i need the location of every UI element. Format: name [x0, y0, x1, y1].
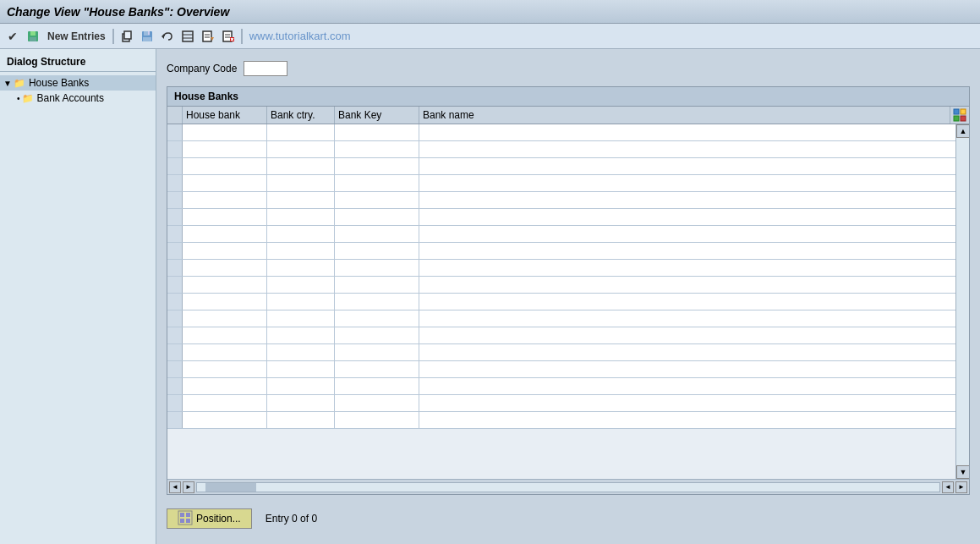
td-bank-name [419, 260, 969, 276]
td-bank-key [335, 192, 419, 208]
th-bank-key: Bank Key [335, 107, 419, 124]
scroll-down-button[interactable]: ▼ [956, 465, 969, 479]
hscroll-right-btns: ◄ ► [942, 481, 967, 493]
table-row[interactable] [167, 378, 969, 395]
table-row[interactable] [167, 361, 969, 378]
dot-icon: • [17, 94, 20, 103]
floppy-button[interactable] [138, 27, 156, 46]
main-layout: Dialog Structure ▼ 📁 House Banks • 📁 Ban… [0, 49, 980, 544]
table-row[interactable] [167, 327, 969, 344]
td-bank-name [419, 378, 969, 394]
sidebar-item-bank-accounts[interactable]: • 📁 Bank Accounts [0, 91, 156, 106]
svg-rect-30 [180, 519, 184, 523]
td-bank-key [335, 175, 419, 191]
row-num [167, 209, 183, 225]
svg-rect-25 [954, 116, 959, 121]
copy-button[interactable] [118, 27, 136, 46]
svg-rect-24 [961, 109, 966, 114]
table-row[interactable] [167, 226, 969, 243]
toolbar: ✔ New Entries www.tutorialkart.com [0, 24, 980, 49]
house-banks-table-section: House Banks House bank Bank ctry. Bank K… [167, 86, 970, 495]
check-button[interactable]: ✔ [3, 27, 22, 46]
td-house-bank [183, 327, 267, 343]
td-bank-ctry [267, 344, 335, 360]
table-row[interactable] [167, 310, 969, 327]
td-bank-key [335, 226, 419, 242]
scroll-up-button[interactable]: ▲ [956, 124, 969, 138]
td-bank-ctry [267, 378, 335, 394]
td-bank-name [419, 310, 969, 327]
sidebar: Dialog Structure ▼ 📁 House Banks • 📁 Ban… [0, 49, 156, 544]
undo-button[interactable] [158, 27, 177, 46]
td-bank-key [335, 294, 419, 310]
scroll-right-end-button[interactable]: ► [955, 481, 967, 493]
table-row[interactable] [167, 124, 969, 141]
watermark: www.tutorialkart.com [249, 30, 351, 42]
table-row[interactable] [167, 395, 969, 412]
td-house-bank [183, 361, 267, 377]
column-settings-icon[interactable] [950, 107, 969, 124]
scroll-right-button-left[interactable]: ► [183, 481, 194, 493]
table-row[interactable] [167, 158, 969, 175]
table-row[interactable] [167, 294, 969, 310]
arrow-icon: ▼ [3, 79, 12, 88]
table-row[interactable] [167, 260, 969, 277]
delete-button[interactable] [219, 27, 238, 46]
td-bank-key [335, 327, 419, 343]
td-bank-key [335, 158, 419, 174]
table-row[interactable] [167, 175, 969, 192]
separator-1 [112, 29, 114, 44]
svg-rect-13 [203, 31, 211, 41]
td-bank-ctry [267, 192, 335, 208]
scroll-left-button[interactable]: ◄ [169, 481, 181, 493]
table-row[interactable] [167, 192, 969, 209]
td-bank-ctry [267, 412, 335, 428]
choose-button[interactable] [199, 27, 217, 46]
company-code-input[interactable] [244, 61, 287, 76]
svg-marker-9 [162, 34, 164, 39]
content-area: Company Code House Banks House bank Bank… [156, 49, 980, 544]
td-house-bank [183, 226, 267, 242]
svg-rect-23 [954, 109, 959, 114]
save-button[interactable] [24, 27, 42, 46]
td-house-bank [183, 209, 267, 225]
td-house-bank [183, 378, 267, 394]
table-section-title: House Banks [167, 87, 969, 107]
scroll-left-end-button[interactable]: ◄ [942, 481, 954, 493]
td-bank-ctry [267, 226, 335, 242]
table-row[interactable] [167, 209, 969, 226]
row-num [167, 344, 183, 360]
scroll-track-vertical[interactable] [956, 138, 969, 465]
row-num [167, 378, 183, 394]
td-bank-name [419, 243, 969, 259]
td-bank-key [335, 124, 419, 140]
position-button[interactable]: Position... [167, 508, 252, 529]
th-bank-name: Bank name [419, 107, 950, 124]
sidebar-item-house-banks[interactable]: ▼ 📁 House Banks [0, 75, 156, 91]
vertical-scrollbar: ▲ ▼ [955, 124, 969, 479]
entry-count: Entry 0 of 0 [266, 513, 317, 525]
row-num [167, 243, 183, 259]
td-bank-key [335, 344, 419, 360]
company-code-row: Company Code [167, 58, 970, 80]
scroll-track-horizontal[interactable] [196, 482, 940, 492]
td-bank-key [335, 243, 419, 259]
svg-rect-28 [180, 513, 184, 517]
td-bank-name [419, 395, 969, 411]
select-button[interactable] [178, 27, 197, 46]
td-bank-name [419, 327, 969, 343]
title-bar: Change View "House Banks": Overview [0, 0, 980, 24]
table-row[interactable] [167, 344, 969, 361]
td-bank-key [335, 412, 419, 428]
row-num [167, 412, 183, 428]
td-house-bank [183, 310, 267, 327]
row-num [167, 327, 183, 343]
svg-rect-8 [148, 31, 150, 35]
row-num [167, 226, 183, 242]
svg-rect-31 [186, 519, 190, 523]
table-row[interactable] [167, 141, 969, 158]
table-row[interactable] [167, 412, 969, 429]
table-row[interactable] [167, 243, 969, 260]
new-entries-button[interactable]: New Entries [44, 30, 109, 42]
table-row[interactable] [167, 277, 969, 294]
